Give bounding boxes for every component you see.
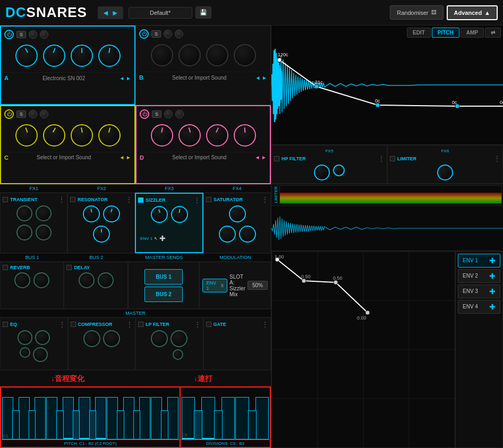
preset-name[interactable]: Default* (129, 7, 192, 19)
slot-c-main-knob1[interactable] (15, 124, 38, 147)
div-key-black-2[interactable] (214, 410, 223, 440)
bus1-send-btn[interactable]: BUS 1 (144, 269, 182, 285)
fx-eq-knob1[interactable] (18, 330, 32, 345)
fx-eq-knob4[interactable] (33, 347, 48, 362)
slot-c-power[interactable]: ⏻ (4, 109, 14, 119)
nav-arrows[interactable]: ◄ ► (98, 6, 123, 19)
slot-b-solo[interactable]: S (151, 30, 161, 38)
slot-a-knob2[interactable] (40, 30, 48, 39)
pitch-key-5[interactable] (63, 397, 74, 440)
fx-resonator-knob2[interactable] (103, 205, 120, 222)
fx-saturator-menu[interactable]: ⋮ (262, 196, 268, 203)
fx-compressor-knob2[interactable] (103, 330, 120, 347)
slot-b-main-knob2[interactable] (178, 44, 201, 66)
fx-transient-enable[interactable] (3, 197, 8, 202)
bus-reverb-knob1[interactable] (14, 272, 30, 288)
fx-eq-enable[interactable] (3, 322, 8, 327)
fx-compressor-knob1[interactable] (83, 330, 100, 347)
randomiser-button[interactable]: Randomiser ⚄ (390, 5, 443, 20)
advanced-button[interactable]: Advanced ▲ (447, 5, 498, 20)
fx-transient-menu[interactable]: ⋮ (58, 196, 65, 203)
bus-reverb-enable[interactable] (3, 265, 8, 270)
slot-d-knob1[interactable] (164, 110, 173, 118)
slot-d-arrows[interactable]: ◄ ► (254, 154, 267, 160)
fx-transient-knob2[interactable] (36, 205, 52, 221)
pitch-key-9[interactable] (123, 397, 134, 440)
div-key-2[interactable] (201, 397, 215, 440)
slot-b-main-knob1[interactable] (151, 44, 173, 66)
slot-c-arrows[interactable]: ◄ ► (119, 154, 131, 160)
pitch-key-black-1[interactable] (12, 410, 19, 440)
tab-pitch[interactable]: PITCH (432, 28, 459, 38)
env2-add-icon[interactable]: ✚ (489, 272, 496, 280)
fx-limiter-enable[interactable] (390, 156, 395, 161)
pitch-key-1[interactable] (2, 397, 13, 440)
pitch-key-6[interactable] (79, 397, 90, 440)
slot-c-solo[interactable]: S (16, 110, 26, 118)
bus-delay-knob1[interactable] (79, 272, 95, 288)
fx-saturator-knob1[interactable] (229, 205, 246, 222)
pitch-key-8[interactable] (107, 397, 118, 440)
env2-button[interactable]: ENV 2 ✚ (458, 269, 500, 283)
fx-hp-knob2[interactable] (333, 165, 345, 176)
fx-saturator-enable[interactable] (206, 197, 211, 202)
pitch-key-11[interactable] (151, 397, 162, 440)
slot-d-solo[interactable]: S (152, 110, 161, 118)
pitch-key-black-5[interactable] (89, 410, 96, 440)
fx-resonator-menu[interactable]: ⋮ (126, 196, 132, 203)
env1-button[interactable]: ENV 1 ✚ (458, 254, 500, 268)
env3-add-icon[interactable]: ✚ (489, 287, 496, 296)
slot-d-knob2[interactable] (175, 110, 184, 118)
div-key-3[interactable] (221, 397, 235, 440)
slot-d-main-knob1[interactable] (151, 124, 173, 147)
slot-a-main-knob4[interactable] (98, 45, 121, 67)
pitch-key-black-3[interactable] (56, 410, 63, 440)
tab-edit[interactable]: EDIT (407, 28, 431, 38)
slot-d-power[interactable]: ⏻ (140, 109, 149, 119)
slot-c-main-knob3[interactable] (71, 124, 93, 147)
fx-lp-knob2[interactable] (170, 330, 187, 347)
fx-eq-menu[interactable]: ⋮ (59, 321, 65, 328)
slot-c-knob1[interactable] (29, 110, 37, 118)
env4-button[interactable]: ENV 4 ✚ (458, 300, 500, 314)
fx-transient-knob1[interactable] (16, 205, 32, 221)
fx-compressor-enable[interactable] (71, 322, 76, 327)
add-mod-icon[interactable]: ✚ (159, 234, 166, 243)
fx-eq-knob3[interactable] (20, 347, 30, 358)
env1-add-icon[interactable]: ✚ (489, 256, 496, 265)
fx-hp-knob1[interactable] (314, 165, 330, 180)
slot-b-knob2[interactable] (175, 30, 183, 38)
div-key-5[interactable] (255, 397, 269, 440)
fx-transient-knob3[interactable] (16, 225, 32, 240)
fx-saturator-knob3[interactable] (239, 226, 256, 243)
fx-hp-enable[interactable] (274, 156, 279, 161)
pitch-key-2[interactable] (19, 397, 30, 440)
bus-reverb-knob2[interactable] (33, 272, 49, 288)
slot-b-main-knob4[interactable] (234, 44, 256, 66)
slot-c-knob2[interactable] (40, 110, 48, 118)
slot-b-main-knob3[interactable] (206, 44, 228, 66)
tab-arrows[interactable]: ⇄ (485, 28, 501, 38)
fx-sizzler-enable[interactable] (138, 197, 143, 203)
div-key-4[interactable] (235, 397, 249, 440)
fx-gate-enable[interactable] (206, 322, 211, 327)
save-button[interactable]: 💾 (195, 6, 211, 19)
nav-right-icon[interactable]: ► (112, 8, 119, 17)
slot-d-main-knob2[interactable] (178, 124, 201, 147)
slot-a-main-knob2[interactable] (43, 45, 65, 67)
fx-eq-knob2[interactable] (35, 330, 50, 345)
slot-a-knob1[interactable] (29, 30, 37, 39)
tab-amp[interactable]: AMP (461, 28, 484, 38)
slot-b-power[interactable]: ⏻ (139, 29, 149, 39)
env3-button[interactable]: ENV 3 ✚ (458, 285, 500, 298)
fx-hp-menu[interactable]: ⋮ (378, 155, 385, 162)
pitch-key-4[interactable] (46, 397, 57, 440)
slot-d-main-knob3[interactable] (206, 124, 228, 147)
slot-a-arrows[interactable]: ◄ ► (119, 75, 131, 81)
fx-sizzler-knob2[interactable] (171, 206, 188, 223)
mod-close-btn[interactable]: x (221, 282, 224, 288)
fx-resonator-knob3[interactable] (93, 226, 110, 243)
pitch-key-7[interactable] (95, 397, 106, 440)
fx-lp-menu[interactable]: ⋮ (194, 321, 201, 328)
slot-b-arrows[interactable]: ◄ ► (255, 75, 267, 81)
